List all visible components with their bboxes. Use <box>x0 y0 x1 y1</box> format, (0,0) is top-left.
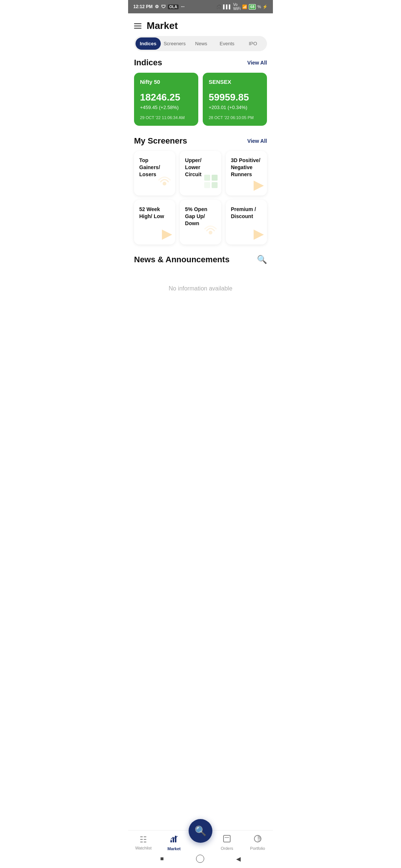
no-info-text: No information available <box>128 270 273 303</box>
sensex-name: SENSEX <box>209 79 261 85</box>
screener-circuit-name: Upper/ Lower Circuit <box>185 157 216 178</box>
wifi-icon: 📶 <box>242 4 247 9</box>
tab-bar: Indices Screeners News Events IPO <box>134 36 267 51</box>
news-section: News & Announcements 🔍 No information av… <box>128 255 273 310</box>
screener-top-gainers-name: Top Gainers/ Losers <box>139 157 170 178</box>
news-search-icon[interactable]: 🔍 <box>257 255 267 264</box>
screener-premium[interactable]: Premium / Discount ▶ <box>226 200 267 244</box>
sensex-value: 59959.85 <box>209 92 261 103</box>
screeners-row-1: Top Gainers/ Losers Upper/ Lower Circuit <box>134 151 267 195</box>
sensex-time: 28 OCT '22 06:10:05 PM <box>209 115 261 120</box>
status-time: 12:12 PM <box>133 4 153 9</box>
screeners-view-all[interactable]: View All <box>247 138 267 144</box>
indices-title: Indices <box>134 58 162 68</box>
gear-icon: ⚙ <box>155 4 159 9</box>
page-title: Market <box>147 20 178 32</box>
screeners-grid: Top Gainers/ Losers Upper/ Lower Circuit <box>128 151 273 255</box>
ola-icon: OLA <box>168 4 179 9</box>
nifty50-value: 18246.25 <box>140 92 192 103</box>
shield-icon: 🛡 <box>161 4 166 9</box>
tab-indices[interactable]: Indices <box>136 37 161 50</box>
svg-point-0 <box>163 182 166 185</box>
svg-rect-3 <box>204 182 210 188</box>
week-icon: ▶ <box>162 226 172 241</box>
screener-circuit[interactable]: Upper/ Lower Circuit <box>180 151 221 195</box>
tab-news[interactable]: News <box>189 37 214 50</box>
screener-5pct-gap[interactable]: 5% Open Gap Up/ Down <box>180 200 221 244</box>
status-left: 12:12 PM ⚙ 🛡 OLA ··· <box>133 4 185 9</box>
screener-premium-name: Premium / Discount <box>231 206 262 220</box>
indices-section-header: Indices View All <box>128 58 273 73</box>
bolt-icon: ⚡ <box>263 4 268 9</box>
status-bar: 12:12 PM ⚙ 🛡 OLA ··· 🎧 ▌▌▌ VoWiFi 📶 68 %… <box>128 0 273 13</box>
screener-5pct-gap-name: 5% Open Gap Up/ Down <box>185 206 216 227</box>
svg-rect-4 <box>212 182 218 188</box>
dots-icon: ··· <box>181 4 185 9</box>
headphone-icon: 🎧 <box>216 4 222 9</box>
signal-icon: ▌▌▌ <box>223 4 232 9</box>
runners-icon: ▶ <box>254 177 264 193</box>
nifty50-card[interactable]: Nifty 50 18246.25 +459.45 (+2.58%) 29 OC… <box>134 73 198 126</box>
tab-screeners[interactable]: Screeners <box>162 37 188 50</box>
vo-wifi-icon: VoWiFi <box>233 3 241 11</box>
sensex-change: +203.01 (+0.34%) <box>209 105 261 110</box>
app-header: Market <box>128 13 273 36</box>
screeners-title: My Screeners <box>134 136 187 146</box>
screener-3d-runners[interactable]: 3D Positive/ Negative Runners ▶ <box>226 151 267 195</box>
screener-top-gainers[interactable]: Top Gainers/ Losers <box>134 151 175 195</box>
sensex-card[interactable]: SENSEX 59959.85 +203.01 (+0.34%) 28 OCT … <box>203 73 267 126</box>
battery-icon: 68 <box>249 4 256 10</box>
screeners-section-header: My Screeners View All <box>128 136 273 151</box>
hamburger-menu[interactable] <box>134 23 141 29</box>
battery-percent: % <box>257 4 261 9</box>
nifty50-change: +459.45 (+2.58%) <box>140 105 192 110</box>
tab-events[interactable]: Events <box>215 37 240 50</box>
screener-52-week-name: 52 Week High/ Low <box>139 206 170 220</box>
news-title: News & Announcements <box>134 255 229 264</box>
news-header: News & Announcements 🔍 <box>128 255 273 270</box>
svg-point-5 <box>209 231 212 234</box>
premium-icon: ▶ <box>254 226 264 241</box>
screener-52-week[interactable]: 52 Week High/ Low ▶ <box>134 200 175 244</box>
status-right: 🎧 ▌▌▌ VoWiFi 📶 68 % ⚡ <box>216 3 268 11</box>
screeners-row-2: 52 Week High/ Low ▶ 5% Open Gap Up/ Down… <box>134 200 267 244</box>
tab-ipo[interactable]: IPO <box>240 37 265 50</box>
screener-3d-runners-name: 3D Positive/ Negative Runners <box>231 157 262 178</box>
nifty50-time: 29 OCT '22 11:06:34 AM <box>140 115 192 120</box>
index-cards-container: Nifty 50 18246.25 +459.45 (+2.58%) 29 OC… <box>128 73 273 136</box>
indices-view-all[interactable]: View All <box>247 60 267 66</box>
nifty50-name: Nifty 50 <box>140 79 192 85</box>
